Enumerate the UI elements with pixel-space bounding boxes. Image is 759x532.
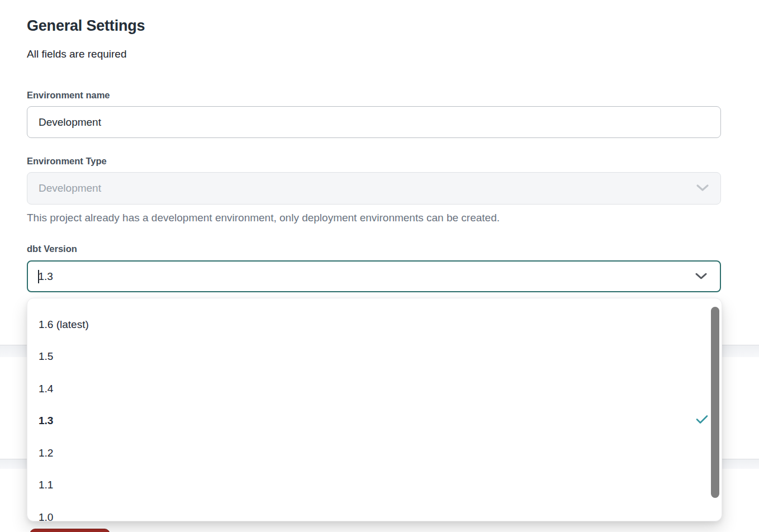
chevron-down-icon[interactable]	[695, 270, 708, 283]
option-label: 1.1	[39, 479, 53, 491]
dbt-version-combobox[interactable]: 1.3	[27, 260, 721, 292]
page-subtitle: All fields are required	[27, 48, 721, 60]
dropdown-option[interactable]: 1.2	[27, 437, 722, 469]
environment-name-input[interactable]	[27, 106, 721, 138]
environment-type-help: This project already has a development e…	[27, 212, 721, 224]
dbt-version-label: dbt Version	[27, 244, 721, 254]
option-label: 1.2	[39, 447, 53, 459]
dropdown-scrollbar[interactable]	[711, 307, 719, 498]
option-label: 1.4	[39, 383, 53, 395]
option-label: 1.5	[39, 350, 53, 363]
option-label: 1.0	[39, 511, 53, 521]
environment-type-select: Development	[27, 172, 721, 205]
dropdown-option[interactable]: 1.5	[27, 341, 722, 373]
check-icon	[696, 415, 708, 428]
page-title: General Settings	[27, 17, 721, 35]
dropdown-option[interactable]: 1.6 (latest)	[27, 308, 722, 341]
environment-type-value: Development	[39, 182, 101, 194]
chevron-down-icon	[696, 182, 709, 194]
dropdown-option[interactable]: 1.4	[27, 373, 722, 405]
dropdown-option-selected[interactable]: 1.3	[27, 405, 722, 438]
dbt-version-value: 1.3	[39, 270, 53, 283]
option-label: 1.6 (latest)	[39, 319, 89, 331]
danger-button[interactable]	[30, 529, 110, 532]
environment-type-label: Environment Type	[27, 156, 721, 167]
option-label: 1.3	[39, 415, 53, 427]
dbt-version-dropdown: 1.6 (latest) 1.5 1.4 1.3 1.2 1.1 1.0	[27, 298, 722, 521]
dropdown-option[interactable]: 1.0	[27, 501, 722, 521]
dropdown-option[interactable]: 1.1	[27, 469, 722, 502]
environment-name-label: Environment name	[27, 90, 721, 101]
general-settings-form: General Settings All fields are required…	[27, 0, 721, 292]
